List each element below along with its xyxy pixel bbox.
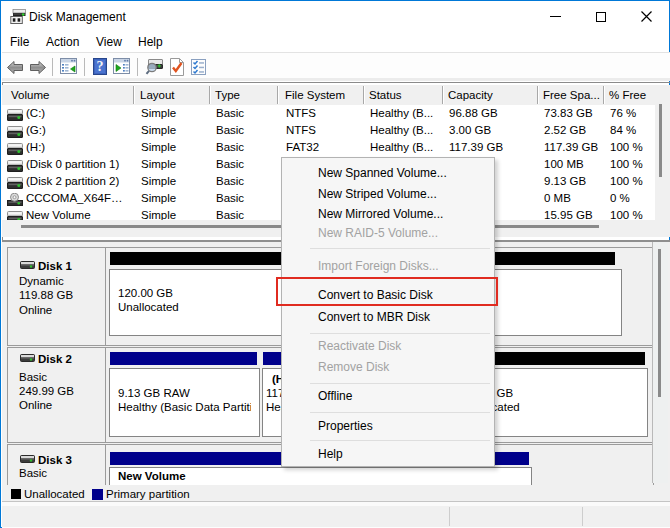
svg-text:?: ?	[97, 59, 104, 74]
